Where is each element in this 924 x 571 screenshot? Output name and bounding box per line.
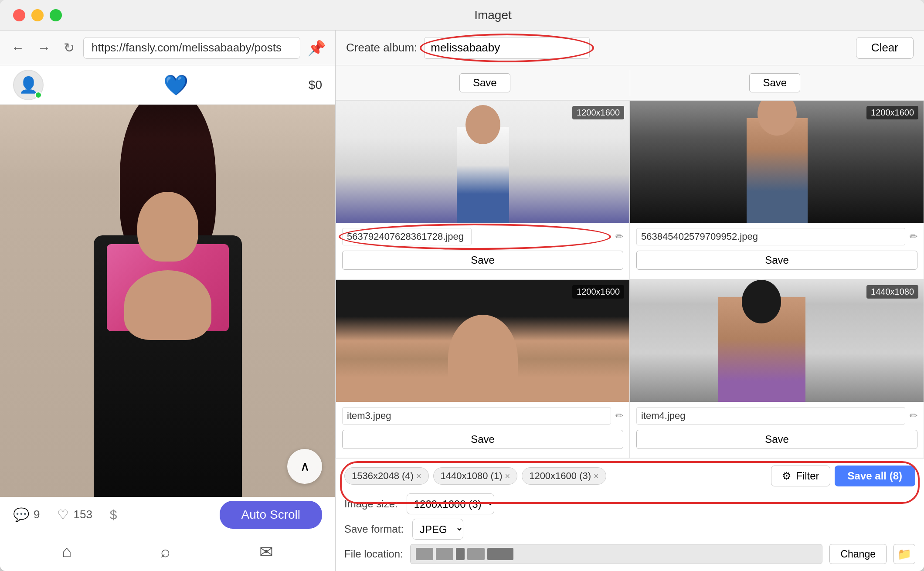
scroll-up-button[interactable]: ∧	[287, 449, 322, 484]
title-bar: Imaget	[0, 0, 924, 31]
gallery-item-1: 1200x1600 ✏ Save	[336, 100, 630, 279]
comment-stat: 💬 9	[13, 507, 40, 522]
path-segment-4	[467, 548, 485, 560]
image-size-row: Image size: 1200x1600 (3) 1440x1080 (1) …	[344, 493, 915, 514]
save-format-select[interactable]: JPEG PNG WEBP	[412, 519, 463, 540]
change-location-button[interactable]: Change	[829, 544, 887, 564]
edit-icon-2[interactable]: ✏	[910, 231, 917, 242]
folder-open-button[interactable]: 📁	[893, 544, 915, 564]
edit-icon-1[interactable]: ✏	[615, 231, 623, 242]
home-nav-icon[interactable]: ⌂	[62, 542, 72, 561]
size-filters: 1536x2048 (4) × 1440x1080 (1) × 1200x160…	[344, 466, 915, 486]
fullscreen-button[interactable]	[50, 9, 62, 21]
size-tag-label-1: 1440x1080 (1)	[441, 470, 503, 482]
size-tag-close-1[interactable]: ×	[505, 471, 510, 481]
size-tag-close-0[interactable]: ×	[416, 471, 421, 481]
traffic-lights	[13, 9, 62, 21]
img-dimensions-3: 1200x1600	[572, 285, 624, 299]
comment-count: 9	[34, 508, 40, 521]
save-format-row: Save format: JPEG PNG WEBP	[344, 519, 915, 540]
heart-stat-icon: ♡	[57, 507, 69, 522]
filter-sliders-icon: ⚙	[782, 470, 792, 482]
save-button-1[interactable]: Save	[342, 251, 623, 270]
image-size-label: Image size:	[344, 498, 398, 510]
like-count: 153	[73, 508, 92, 521]
reload-button[interactable]: ↻	[59, 37, 79, 58]
gallery-item-2: 1200x1600 ✏ Save	[630, 100, 924, 279]
create-album-label: Create album:	[346, 41, 417, 54]
auto-scroll-button[interactable]: Auto Scroll	[220, 501, 322, 529]
edit-icon-4[interactable]: ✏	[910, 410, 917, 421]
chevron-up-icon: ∧	[300, 458, 310, 475]
file-path-display	[410, 544, 823, 564]
gallery-thumb-4: 1440x1080	[630, 280, 924, 402]
path-segment-3	[456, 548, 465, 560]
filename-input-3[interactable]	[342, 407, 611, 425]
plugin-icon: 📌	[305, 37, 328, 59]
gallery-top-row: Save Save	[336, 65, 924, 100]
url-bar[interactable]	[83, 37, 300, 59]
minimize-button[interactable]	[31, 9, 44, 21]
close-button[interactable]	[13, 9, 25, 21]
mail-nav-icon[interactable]: ✉	[259, 542, 273, 561]
gallery-top-save-right: Save	[630, 73, 920, 92]
main-post-image: ∧	[0, 105, 335, 497]
size-tag-label-2: 1200x1600 (3)	[529, 470, 591, 482]
filename-input-4[interactable]	[636, 407, 905, 425]
file-location-row: File location: Change 📁	[344, 544, 915, 564]
gallery-item-4: 1440x1080 ✏ Save	[630, 279, 924, 459]
image-size-select[interactable]: 1200x1600 (3) 1440x1080 (1) 1536x2048 (4…	[407, 493, 494, 514]
main-content: 👤 💙 $0	[0, 65, 924, 571]
img-dimensions-1: 1200x1600	[572, 106, 624, 119]
site-nav: ⌂ ⌕ ✉	[0, 532, 335, 571]
gallery-top-save-left: Save	[340, 73, 630, 92]
album-name-input[interactable]	[424, 37, 590, 59]
folder-icon: 📁	[897, 547, 911, 561]
back-button[interactable]: ←	[7, 38, 29, 58]
gallery-thumb-2: 1200x1600	[630, 101, 924, 223]
gallery-item-footer-2: ✏	[630, 223, 924, 251]
filename-input-2[interactable]	[636, 228, 905, 245]
left-panel: 👤 💙 $0	[0, 65, 336, 571]
clear-button[interactable]: Clear	[856, 37, 914, 59]
edit-icon-3[interactable]: ✏	[615, 410, 623, 421]
window-title: Imaget	[75, 8, 911, 22]
gallery-item-footer-1: ✏	[336, 223, 629, 251]
img-dimensions-2: 1200x1600	[866, 106, 918, 119]
avatar: 👤	[13, 70, 44, 100]
dollar-icon: $	[110, 507, 117, 522]
file-location-label: File location:	[344, 548, 403, 560]
online-indicator	[35, 92, 42, 99]
filename-input-1[interactable]	[342, 228, 472, 245]
gallery-item-3: 1200x1600 ✏ Save	[336, 279, 630, 459]
filter-button[interactable]: ⚙ Filter	[771, 466, 830, 486]
search-nav-icon[interactable]: ⌕	[160, 542, 170, 561]
save-format-label: Save format:	[344, 523, 404, 535]
app-window: Imaget ← → ↻ 📌 Create album: Clear	[0, 0, 924, 571]
path-segment-5	[487, 548, 513, 560]
size-tag-close-2[interactable]: ×	[594, 471, 599, 481]
gallery-thumb-1: 1200x1600	[336, 101, 629, 223]
size-tag-0: 1536x2048 (4) ×	[344, 467, 429, 485]
balance-display: $0	[309, 78, 322, 92]
save-all-button[interactable]: Save all (8)	[835, 466, 915, 486]
filter-bar: 1536x2048 (4) × 1440x1080 (1) × 1200x160…	[336, 458, 924, 571]
gallery-thumb-3: 1200x1600	[336, 280, 629, 402]
save-button-2[interactable]: Save	[636, 251, 917, 270]
save-button-top-right[interactable]: Save	[749, 73, 800, 92]
size-tag-label-0: 1536x2048 (4)	[352, 470, 414, 482]
save-button-top-left[interactable]: Save	[459, 73, 510, 92]
path-segment-2	[436, 548, 453, 560]
right-panel: Save Save 1200x1600	[336, 65, 924, 571]
size-tag-1: 1440x1080 (1) ×	[433, 467, 518, 485]
heart-icon: 💙	[163, 73, 188, 97]
size-tag-2: 1200x1600 (3) ×	[522, 467, 606, 485]
filter-button-label: Filter	[796, 470, 819, 482]
comment-icon: 💬	[13, 507, 29, 522]
save-button-4[interactable]: Save	[636, 430, 917, 449]
save-button-3[interactable]: Save	[342, 430, 623, 449]
forward-button[interactable]: →	[33, 38, 55, 58]
like-stat: ♡ 153	[57, 507, 92, 522]
path-segment-1	[416, 548, 433, 560]
dollar-stat: $	[110, 507, 117, 522]
